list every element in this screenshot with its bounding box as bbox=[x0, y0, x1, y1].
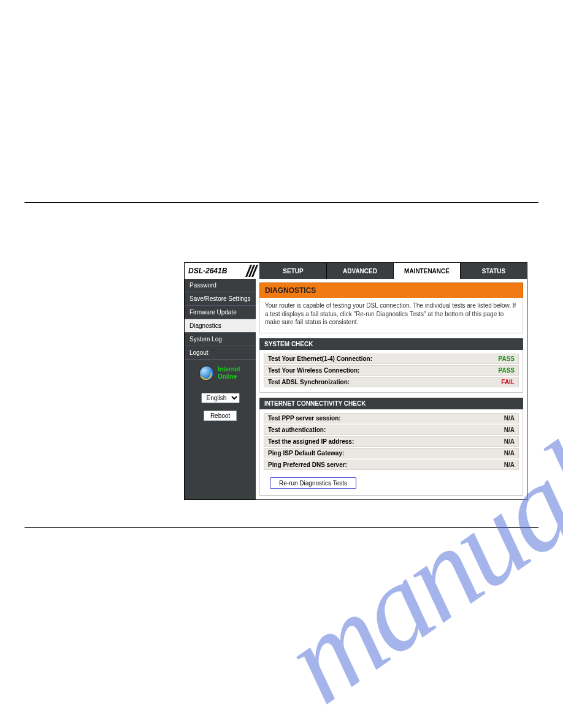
tab-setup[interactable]: SETUP bbox=[260, 263, 327, 279]
test-label: Test Your Ethernet(1-4) Connection: bbox=[268, 355, 372, 362]
test-label: Test the assigned IP address: bbox=[268, 438, 354, 445]
model-stripes-icon bbox=[245, 263, 259, 279]
reboot-button[interactable]: Reboot bbox=[204, 411, 237, 421]
diagnostics-title: DIAGNOSTICS bbox=[259, 282, 523, 298]
internet-status-line2: Online bbox=[218, 373, 237, 380]
test-label: Ping Preferred DNS server: bbox=[268, 461, 347, 468]
test-label: Test Your Wireless Connection: bbox=[268, 367, 359, 374]
tab-status[interactable]: STATUS bbox=[461, 263, 527, 279]
sidebar-item-save-restore[interactable]: Save/Restore Settings bbox=[185, 292, 256, 306]
router-admin-ui: DSL-2641B SETUP ADVANCED MAINTENANCE STA… bbox=[184, 262, 527, 500]
globe-icon bbox=[200, 366, 213, 380]
content-area: DIAGNOSTICS Your router is capable of te… bbox=[256, 279, 527, 499]
table-row: Ping Preferred DNS server: N/A bbox=[264, 460, 519, 470]
test-status: N/A bbox=[504, 438, 515, 445]
connectivity-check-header: INTERNET CONNECTIVITY CHECK bbox=[259, 398, 523, 409]
table-row: Test Your Wireless Connection: PASS bbox=[264, 365, 519, 376]
test-status: N/A bbox=[504, 427, 515, 433]
test-status: PASS bbox=[499, 355, 515, 362]
language-select[interactable]: English bbox=[201, 393, 240, 403]
sidebar: Password Save/Restore Settings Firmware … bbox=[185, 279, 256, 499]
table-row: Test the assigned IP address: N/A bbox=[264, 436, 519, 447]
internet-status: Internet Online bbox=[185, 366, 256, 381]
sidebar-item-logout[interactable]: Logout bbox=[185, 346, 256, 360]
connectivity-check-body: Test PPP server session: N/A Test authen… bbox=[259, 409, 523, 496]
internet-status-line1: Internet bbox=[218, 366, 240, 373]
table-row: Test authentication: N/A bbox=[264, 425, 519, 435]
sidebar-item-diagnostics[interactable]: Diagnostics bbox=[185, 319, 256, 333]
test-status: N/A bbox=[504, 461, 515, 468]
test-status: N/A bbox=[504, 415, 515, 422]
sidebar-controls: English Reboot bbox=[185, 389, 256, 425]
tab-maintenance[interactable]: MAINTENANCE bbox=[394, 263, 461, 279]
system-check-body: Test Your Ethernet(1-4) Connection: PASS… bbox=[259, 350, 523, 393]
sidebar-item-password[interactable]: Password bbox=[185, 279, 256, 292]
test-label: Test PPP server session: bbox=[268, 415, 341, 422]
top-tab-bar: DSL-2641B SETUP ADVANCED MAINTENANCE STA… bbox=[185, 263, 527, 279]
test-status: N/A bbox=[504, 450, 515, 457]
main-body: Password Save/Restore Settings Firmware … bbox=[185, 279, 527, 499]
table-row: Test ADSL Synchronization: FAIL bbox=[264, 377, 519, 387]
sidebar-item-firmware[interactable]: Firmware Update bbox=[185, 306, 256, 319]
system-check-header: SYSTEM CHECK bbox=[259, 338, 523, 350]
divider-bottom bbox=[25, 527, 538, 528]
table-row: Test Your Ethernet(1-4) Connection: PASS bbox=[264, 354, 519, 364]
test-label: Test authentication: bbox=[268, 427, 326, 433]
divider-top bbox=[25, 202, 538, 203]
test-status: FAIL bbox=[501, 379, 515, 385]
table-row: Ping ISP Default Gateway: N/A bbox=[264, 448, 519, 458]
sidebar-item-system-log[interactable]: System Log bbox=[185, 333, 256, 346]
model-label: DSL-2641B bbox=[185, 263, 260, 279]
test-label: Test ADSL Synchronization: bbox=[268, 379, 350, 385]
test-status: PASS bbox=[499, 367, 515, 374]
diagnostics-description: Your router is capable of testing your D… bbox=[259, 298, 523, 333]
test-label: Ping ISP Default Gateway: bbox=[268, 450, 344, 457]
rerun-diagnostics-button[interactable]: Re-run Diagnostics Tests bbox=[270, 477, 356, 489]
model-text: DSL-2641B bbox=[188, 267, 227, 275]
tab-advanced[interactable]: ADVANCED bbox=[327, 263, 394, 279]
table-row: Test PPP server session: N/A bbox=[264, 413, 519, 423]
